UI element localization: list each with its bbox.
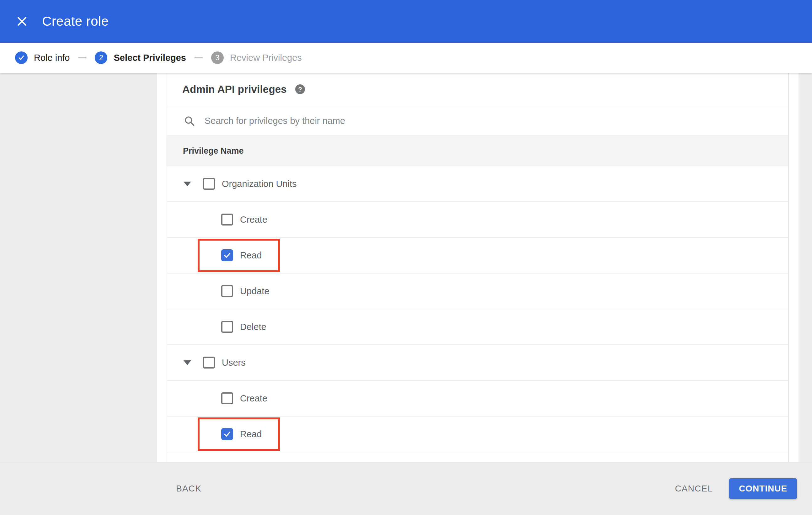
back-button[interactable]: BACK <box>176 484 201 494</box>
help-button[interactable]: ? <box>295 84 305 94</box>
checkbox-unchecked[interactable] <box>221 321 233 333</box>
step-separator <box>194 57 203 58</box>
section-title: Admin API privileges <box>182 84 287 95</box>
check-icon <box>18 54 25 61</box>
checkbox-unchecked[interactable] <box>203 357 215 368</box>
privilege-label: Users <box>222 358 246 368</box>
search-input[interactable] <box>204 115 788 126</box>
triangle-down-icon[interactable] <box>183 182 191 186</box>
privileges-table: Admin API privileges ? Privil <box>167 73 789 462</box>
step-label: Review Privileges <box>230 53 302 63</box>
section-title-row: Admin API privileges ? <box>167 73 788 106</box>
checkbox-checked[interactable] <box>221 249 233 261</box>
table-row-privilege: Create <box>167 201 788 237</box>
step-select-privileges[interactable]: 2 Select Privileges <box>95 52 186 64</box>
magnifier-icon <box>183 115 196 127</box>
continue-button[interactable]: CONTINUE <box>729 478 797 499</box>
cancel-button[interactable]: CANCEL <box>675 484 713 494</box>
app-bar: Create role <box>0 0 812 43</box>
checkbox-unchecked[interactable] <box>221 285 233 297</box>
privilege-label: Delete <box>240 322 266 332</box>
table-row-privilege: Read <box>167 237 788 273</box>
table-row-partial <box>167 452 788 462</box>
privileges-panel: Admin API privileges ? Privil <box>157 73 799 462</box>
step-label: Role info <box>34 53 70 63</box>
table-row-privilege: Create <box>167 380 788 416</box>
table-row-privilege: Read <box>167 416 788 452</box>
column-header-privilege-name: Privilege Name <box>183 146 244 156</box>
main-content: Admin API privileges ? Privil <box>0 73 812 462</box>
table-row-group: Users <box>167 344 788 380</box>
table-row-privilege: Update <box>167 273 788 309</box>
privilege-label: Update <box>240 286 269 296</box>
dialog-title: Create role <box>42 14 109 29</box>
checkbox-unchecked[interactable] <box>221 392 233 404</box>
step-number-circle: 2 <box>95 52 107 64</box>
check-icon <box>223 251 231 260</box>
privilege-label: Read <box>240 250 262 261</box>
search-row <box>167 106 788 135</box>
step-review-privileges[interactable]: 3 Review Privileges <box>211 52 302 64</box>
footer-bar: BACK CANCEL CONTINUE <box>0 462 812 515</box>
checkbox-checked[interactable] <box>221 428 233 440</box>
privilege-label: Organization Units <box>222 179 297 189</box>
close-button[interactable] <box>15 14 29 28</box>
highlight-annotation-box <box>198 239 280 272</box>
table-row-privilege: Delete <box>167 309 788 344</box>
create-role-dialog: Create role Role info 2 Select Privilege… <box>0 0 812 515</box>
step-role-info[interactable]: Role info <box>15 52 70 64</box>
question-mark-icon: ? <box>298 86 302 93</box>
step-complete-circle <box>15 52 28 64</box>
table-row-group: Organization Units <box>167 165 788 201</box>
check-icon <box>223 430 231 438</box>
highlight-annotation-box <box>198 418 280 451</box>
privilege-label: Create <box>240 215 267 225</box>
privilege-rows: Organization UnitsCreateReadUpdateDelete… <box>167 165 788 452</box>
privilege-label: Read <box>240 429 262 440</box>
step-label: Select Privileges <box>114 53 186 63</box>
checkbox-unchecked[interactable] <box>221 214 233 225</box>
step-number-circle: 3 <box>211 52 224 64</box>
checkbox-unchecked[interactable] <box>203 178 215 190</box>
x-icon <box>16 16 28 27</box>
triangle-down-icon[interactable] <box>183 360 191 365</box>
step-separator <box>78 57 87 58</box>
stepper: Role info 2 Select Privileges 3 Review P… <box>0 43 812 73</box>
table-header-row: Privilege Name <box>167 135 788 165</box>
privilege-label: Create <box>240 393 267 404</box>
